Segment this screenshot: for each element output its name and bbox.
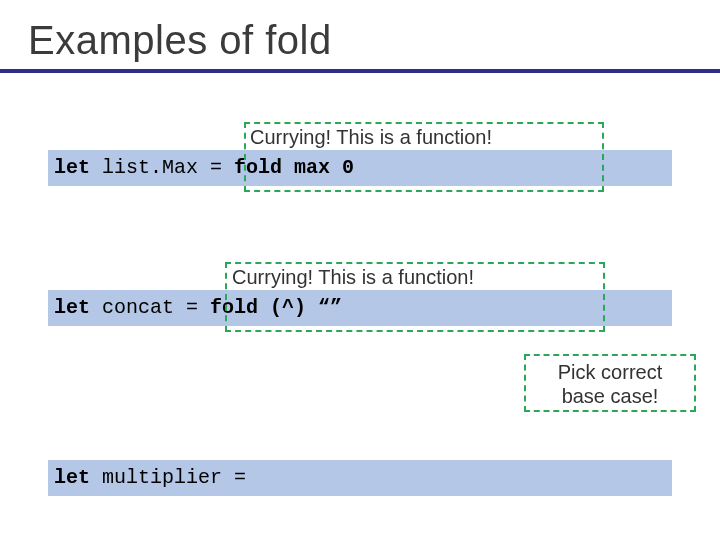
title-underline <box>0 69 720 73</box>
callout-base-case-line1: Pick correct <box>526 360 694 384</box>
identifier-listmax: list.Max <box>102 156 198 179</box>
equals-sign: = <box>186 296 198 319</box>
equals-sign: = <box>210 156 222 179</box>
callout-currying-1-label: Currying! This is a function! <box>250 126 492 149</box>
keyword-let: let <box>54 296 90 319</box>
code-block-multiplier: let multiplier = <box>48 460 672 496</box>
identifier-concat: concat <box>102 296 174 319</box>
equals-sign: = <box>234 466 246 489</box>
callout-currying-2-label: Currying! This is a function! <box>232 266 474 289</box>
callout-base-case: Pick correct base case! <box>524 354 696 412</box>
slide: Examples of fold let list.Max = fold max… <box>0 0 720 540</box>
page-title: Examples of fold <box>28 18 692 63</box>
identifier-multiplier: multiplier <box>102 466 222 489</box>
keyword-let: let <box>54 156 90 179</box>
keyword-let: let <box>54 466 90 489</box>
callout-base-case-line2: base case! <box>526 384 694 408</box>
